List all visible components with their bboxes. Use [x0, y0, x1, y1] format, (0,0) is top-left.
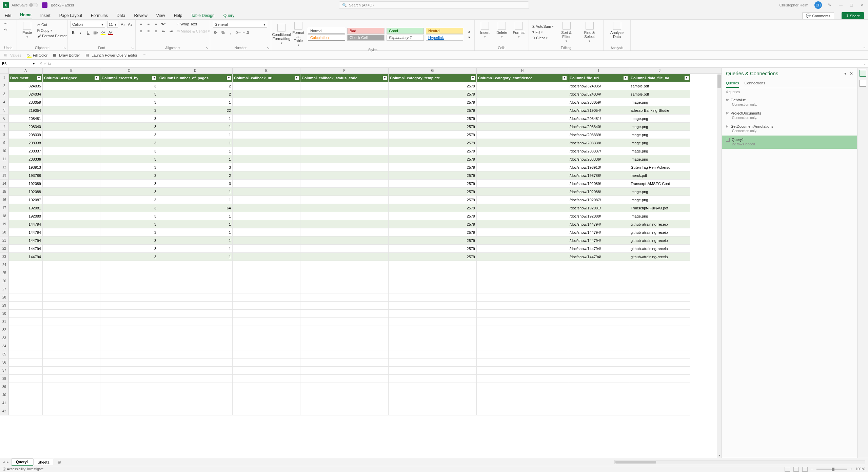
cell[interactable]: 2: [158, 171, 233, 180]
cell[interactable]: [477, 326, 568, 334]
cell[interactable]: 2579: [389, 98, 477, 106]
cell[interactable]: [629, 383, 690, 391]
cell[interactable]: [233, 326, 300, 334]
cell[interactable]: [477, 383, 568, 391]
cell[interactable]: [300, 204, 389, 212]
table-header-cell[interactable]: Column1.assignee▾: [43, 74, 100, 82]
cell[interactable]: [477, 261, 568, 269]
cell[interactable]: [568, 310, 629, 318]
cell[interactable]: [158, 407, 233, 415]
cell[interactable]: [300, 318, 389, 326]
accounting-icon[interactable]: $: [213, 30, 218, 35]
cell[interactable]: [389, 399, 477, 407]
row-header[interactable]: 31: [0, 318, 9, 326]
cell[interactable]: [233, 90, 300, 98]
wrap-text-button[interactable]: ↩Wrap Text: [176, 21, 211, 26]
cell[interactable]: [568, 375, 629, 383]
cell[interactable]: [629, 391, 690, 399]
filter-dropdown-icon[interactable]: ▾: [152, 76, 156, 80]
cell[interactable]: [300, 90, 389, 98]
style-hyperlink[interactable]: Hyperlink: [426, 35, 463, 41]
border-icon[interactable]: ▦: [93, 30, 98, 35]
column-header-H[interactable]: H: [477, 68, 568, 74]
avatar[interactable]: CH: [814, 1, 822, 9]
add-sheet-button[interactable]: ⊕: [54, 459, 65, 465]
column-header-E[interactable]: E: [233, 68, 300, 74]
align-center-icon[interactable]: ≡: [146, 28, 151, 34]
sheet-nav-first-icon[interactable]: ◂: [3, 460, 5, 464]
cell[interactable]: [233, 212, 300, 220]
draw-border-qat[interactable]: ▦Draw Border: [53, 53, 80, 58]
cell[interactable]: 1: [158, 98, 233, 106]
cell[interactable]: [300, 399, 389, 407]
style-calculation[interactable]: Calculation: [308, 35, 345, 41]
cell[interactable]: [629, 350, 690, 358]
cell[interactable]: 219054: [9, 106, 43, 115]
cell[interactable]: 2579: [389, 253, 477, 261]
table-header-cell[interactable]: Column1.data_file_na▾: [629, 74, 690, 82]
cell[interactable]: [300, 245, 389, 253]
cell[interactable]: [233, 106, 300, 115]
hscroll-thumb[interactable]: [615, 461, 656, 464]
style-check-cell[interactable]: Check Cell: [347, 35, 384, 41]
cell[interactable]: [568, 383, 629, 391]
sheet-nav-last-icon[interactable]: ▸: [7, 460, 9, 464]
cell[interactable]: 208340: [9, 123, 43, 131]
cell[interactable]: [43, 139, 100, 147]
cell[interactable]: 3: [100, 123, 158, 131]
style-explanatory[interactable]: Explanatory T...: [387, 35, 424, 41]
zoom-in-icon[interactable]: +: [850, 467, 852, 471]
cell[interactable]: [300, 123, 389, 131]
cell[interactable]: [477, 98, 568, 106]
cut-button[interactable]: ✂Cut: [37, 22, 67, 27]
cell[interactable]: [477, 90, 568, 98]
cell[interactable]: 3: [158, 163, 233, 171]
cell[interactable]: 3: [100, 188, 158, 196]
fill-color-qat[interactable]: ◇Fill Color: [27, 53, 47, 58]
cell[interactable]: [43, 293, 100, 302]
cell[interactable]: [568, 302, 629, 310]
cell[interactable]: [300, 285, 389, 293]
page-layout-view-icon[interactable]: [793, 467, 799, 472]
cell[interactable]: 3: [100, 180, 158, 188]
cell[interactable]: 3: [158, 180, 233, 188]
cell[interactable]: [158, 334, 233, 342]
filter-dropdown-icon[interactable]: ▾: [227, 76, 231, 80]
panel-options-icon[interactable]: ▾: [844, 71, 846, 76]
cell[interactable]: 192089: [9, 180, 43, 188]
cell[interactable]: [233, 261, 300, 269]
row-header[interactable]: 36: [0, 358, 9, 367]
align-top-icon[interactable]: ≡: [138, 21, 144, 26]
cell[interactable]: [477, 350, 568, 358]
redo-icon[interactable]: ↷: [3, 27, 8, 33]
spreadsheet-grid[interactable]: ABCDEFGHIJ 1Document▾Column1.assignee▾Co…: [0, 68, 722, 458]
cell[interactable]: [158, 326, 233, 334]
cell[interactable]: 3: [100, 90, 158, 98]
comments-button[interactable]: 💬Comments: [802, 12, 834, 19]
cell[interactable]: [233, 115, 300, 123]
cell[interactable]: [233, 163, 300, 171]
cell[interactable]: 144794: [9, 220, 43, 228]
cell[interactable]: [100, 318, 158, 326]
filter-dropdown-icon[interactable]: ▾: [563, 76, 567, 80]
cell[interactable]: [568, 326, 629, 334]
increase-decimal-icon[interactable]: .0→: [235, 30, 241, 35]
cell[interactable]: [389, 302, 477, 310]
row-header[interactable]: 27: [0, 285, 9, 293]
cell[interactable]: [158, 310, 233, 318]
row-header[interactable]: 37: [0, 367, 9, 375]
cell[interactable]: [233, 391, 300, 399]
cell[interactable]: 3: [100, 196, 158, 204]
cell[interactable]: image.png: [629, 98, 690, 106]
cell[interactable]: [389, 293, 477, 302]
cell[interactable]: 192087: [9, 196, 43, 204]
cell[interactable]: 1: [158, 123, 233, 131]
cell[interactable]: [568, 318, 629, 326]
row-header[interactable]: 10: [0, 147, 9, 155]
cell[interactable]: [568, 367, 629, 375]
percent-icon[interactable]: %: [220, 30, 226, 35]
share-button[interactable]: ⇪Share: [842, 12, 864, 19]
cell[interactable]: [43, 106, 100, 115]
cell[interactable]: github-atraining-receip: [629, 245, 690, 253]
cell[interactable]: [477, 220, 568, 228]
